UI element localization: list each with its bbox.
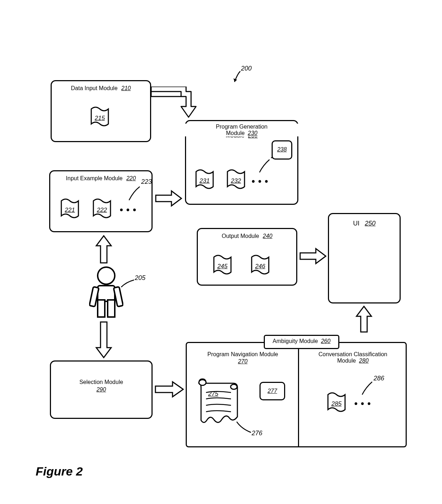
doc-215: 215 — [90, 105, 110, 128]
doc-285: 285 — [327, 391, 346, 413]
input-example-num: 220 — [126, 175, 136, 181]
ref-276: 276 — [252, 430, 262, 437]
selection-title: Selection Module — [51, 379, 151, 385]
ui-num: 250 — [365, 220, 375, 227]
arrow-240-to-ui — [299, 247, 327, 265]
doc-246-num: 246 — [250, 263, 270, 270]
svg-point-1 — [231, 384, 237, 389]
user-icon-overlay — [89, 266, 123, 319]
figure-label: Figure 2 — [36, 464, 83, 478]
curve-223 — [128, 185, 142, 202]
ref-223: 223 — [141, 178, 152, 186]
arrow-290-to-ambiguity — [155, 380, 184, 398]
prog-nav-title-block: Program Navigation Module 270 — [188, 351, 297, 365]
doc-221: 221 — [60, 197, 80, 219]
ui-module: UI 250 — [328, 213, 401, 303]
figure-ref: 200 — [241, 65, 252, 72]
box-277: 277 — [259, 382, 285, 400]
dots-286: • • • — [354, 398, 371, 409]
conv-class-num: 280 — [359, 358, 369, 364]
data-input-title: Data Input Module — [71, 85, 118, 91]
output-module: Output Module 240 — [197, 228, 297, 286]
doc-231-num: 231 — [195, 177, 215, 185]
selection-num: 290 — [51, 386, 151, 393]
doc-246: 246 — [250, 254, 270, 276]
arrow-210-to-230 — [151, 87, 197, 119]
doc-232-num: 232 — [226, 177, 246, 185]
box-277-num: 277 — [261, 388, 284, 394]
prog-nav-title: Program Navigation Module — [188, 351, 297, 358]
doc-245: 245 — [212, 254, 232, 276]
doc-231: 231 — [195, 168, 215, 190]
doc-221-num: 221 — [60, 207, 80, 214]
ref-205: 205 — [135, 274, 145, 282]
dots-223: • • • — [120, 204, 137, 215]
output-title: Output Module — [222, 233, 259, 239]
scroll-275-num: 275 — [208, 390, 218, 398]
ambiguity-divider — [298, 349, 299, 447]
svg-rect-5 — [98, 286, 115, 301]
arrow-220-to-230-right — [155, 189, 182, 207]
data-input-num: 210 — [121, 85, 131, 91]
input-example-title: Input Example Module — [66, 175, 123, 181]
arrow-ambiguity-to-ui — [355, 306, 373, 333]
box-238: 238 — [272, 140, 292, 160]
svg-rect-7 — [108, 300, 115, 317]
scroll-275 — [194, 378, 239, 431]
box-238-num: 238 — [273, 146, 291, 153]
curve-276 — [235, 420, 253, 435]
svg-point-4 — [98, 267, 115, 284]
selection-module: Selection Module 290 — [50, 360, 153, 419]
dots-233: • • • — [252, 176, 268, 187]
curve-233 — [258, 158, 271, 174]
doc-222-num: 222 — [92, 207, 112, 214]
conv-class-title-block: Conversation Classification Module 280 — [301, 351, 405, 364]
doc-215-num: 215 — [90, 115, 110, 122]
doc-285-num: 285 — [327, 400, 346, 407]
output-num: 240 — [263, 233, 272, 239]
prog-nav-num: 270 — [188, 358, 297, 365]
ambiguity-module-tab: Ambiguity Module 260 — [264, 335, 339, 349]
doc-232: 232 — [226, 168, 246, 190]
arrow-user-to-290 — [95, 321, 113, 358]
arrow-user-to-220 — [95, 235, 113, 264]
ref-286: 286 — [374, 375, 384, 382]
curve-205 — [120, 279, 135, 289]
curve-286 — [361, 380, 374, 396]
doc-222: 222 — [92, 197, 112, 219]
ref-pointer-200 — [232, 70, 242, 85]
ambiguity-title: Ambiguity Module — [273, 338, 318, 344]
svg-rect-6 — [98, 300, 105, 317]
ambiguity-num: 260 — [321, 338, 330, 344]
svg-point-0 — [199, 380, 206, 385]
doc-245-num: 245 — [212, 263, 232, 270]
ui-title: UI — [353, 220, 359, 227]
program-gen-title-block: Program Generation Module 230 — [185, 124, 298, 136]
